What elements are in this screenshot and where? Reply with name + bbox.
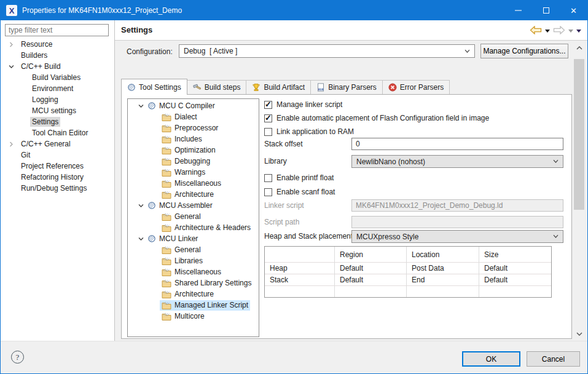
tool-tree-item-includes[interactable]: Includes xyxy=(128,133,259,145)
manage-configurations-button[interactable]: Manage Configurations... xyxy=(480,44,568,58)
scroll-down-button[interactable] xyxy=(574,328,584,339)
scanf-float-row[interactable]: Enable scanf float xyxy=(264,187,335,197)
table-cell-heap-location[interactable]: Post Data xyxy=(407,263,479,274)
tool-tree-item-shared-library-settings[interactable]: Shared Library Settings xyxy=(128,277,259,288)
close-button[interactable]: ✕ xyxy=(560,1,587,20)
table-header-region: Region xyxy=(335,247,407,263)
heap-stack-placement-label: Heap and Stack placement xyxy=(264,231,353,242)
tool-tree-item-linker-architecture[interactable]: Architecture xyxy=(128,288,259,300)
settings-scrollbar[interactable] xyxy=(574,42,584,339)
printf-float-checkbox[interactable] xyxy=(264,174,272,182)
scanf-float-checkbox[interactable] xyxy=(264,188,272,196)
sidebar-item-run-debug-settings[interactable]: Run/Debug Settings xyxy=(1,183,114,194)
sidebar-item-resource[interactable]: Resource xyxy=(1,39,114,50)
heap-stack-table[interactable]: Region Location Size Heap Default Post D… xyxy=(264,246,552,298)
tool-tree-item-mcu-linker[interactable]: MCU Linker xyxy=(128,233,259,244)
sidebar-item-git[interactable]: Git xyxy=(1,149,114,161)
tab-build-steps[interactable]: Build steps xyxy=(187,80,247,95)
manage-linker-script-row[interactable]: Manage linker script xyxy=(264,100,342,109)
folder-icon xyxy=(162,113,171,121)
flash-config-checkbox[interactable] xyxy=(264,114,272,122)
tool-tree-item-managed-linker-script[interactable]: Managed Linker Script xyxy=(128,300,259,311)
tool-tree-item-warnings[interactable]: Warnings xyxy=(128,167,259,178)
tool-tree-item-dialect[interactable]: Dialect xyxy=(128,111,259,122)
sidebar-item-mcu-settings[interactable]: MCU settings xyxy=(1,105,114,116)
tool-tree-item-preprocessor[interactable]: Preprocessor xyxy=(128,122,259,133)
tool-tree-item-mcu-assembler[interactable]: MCU Assembler xyxy=(128,200,259,211)
tab-binary-parsers[interactable]: Binary Parsers xyxy=(311,80,383,95)
link-to-ram-checkbox[interactable] xyxy=(264,128,272,136)
sidebar-item-logging[interactable]: Logging xyxy=(1,94,114,105)
table-cell-stack-size[interactable]: Default xyxy=(479,274,551,286)
sidebar-item-cpp-general[interactable]: C/C++ General xyxy=(1,138,114,149)
link-to-ram-row[interactable]: Link application to RAM xyxy=(264,127,354,137)
printf-float-row[interactable]: Enable printf float xyxy=(264,173,334,183)
tool-tree-item-architecture-headers[interactable]: Architecture & Headers xyxy=(128,222,259,233)
sidebar-item-cpp-build[interactable]: C/C++ Build xyxy=(1,61,114,72)
ok-button[interactable]: OK xyxy=(462,351,520,367)
sidebar-item-settings[interactable]: Settings xyxy=(1,116,114,127)
tab-tool-settings[interactable]: Tool Settings xyxy=(121,79,187,95)
dialog-footer: ? OK Cancel xyxy=(1,341,587,373)
heap-stack-placement-select[interactable]: MCUXpresso Style xyxy=(351,230,563,243)
stack-offset-input[interactable] xyxy=(351,138,563,150)
table-cell-empty[interactable] xyxy=(479,286,551,297)
filter-input[interactable] xyxy=(5,24,109,36)
scroll-up-button[interactable] xyxy=(574,42,584,53)
tool-tree-item-multicore[interactable]: Multicore xyxy=(128,311,259,322)
table-cell-stack-location[interactable]: End xyxy=(407,274,479,286)
sidebar-item-refactoring-history[interactable]: Refactoring History xyxy=(1,172,114,183)
table-cell-stack-region[interactable]: Default xyxy=(335,274,407,286)
library-select[interactable]: NewlibNano (nohost) xyxy=(351,155,563,168)
tool-tree-item-debugging[interactable]: Debugging xyxy=(128,156,259,167)
tool-tree-item-architecture[interactable]: Architecture xyxy=(128,189,259,200)
tool-tree-item-assembler-general[interactable]: General xyxy=(128,211,259,222)
forward-history-dropdown-icon[interactable] xyxy=(568,30,573,33)
properties-tree: Resource Builders C/C++ Build Build Vari… xyxy=(1,38,114,341)
maximize-button[interactable] xyxy=(532,1,560,20)
forward-arrow-icon[interactable] xyxy=(553,26,565,34)
minimize-button[interactable] xyxy=(504,1,532,20)
back-arrow-icon[interactable] xyxy=(530,26,542,34)
sidebar-item-tool-chain-editor[interactable]: Tool Chain Editor xyxy=(1,127,114,138)
tool-tree-item-mcu-c-compiler[interactable]: MCU C Compiler xyxy=(128,100,259,111)
scrollbar-thumb[interactable] xyxy=(574,59,584,210)
tab-error-parsers[interactable]: Error Parsers xyxy=(383,80,450,95)
script-path-input xyxy=(351,216,563,228)
titlebar[interactable]: X Properties for MK64FN1M0xxx12_Project_… xyxy=(1,1,587,20)
table-cell-heap-size[interactable]: Default xyxy=(479,263,551,274)
configuration-select[interactable]: Debug [ Active ] xyxy=(179,44,475,58)
table-cell-heap[interactable]: Heap xyxy=(265,263,335,274)
folder-icon xyxy=(162,169,171,177)
table-cell-heap-region[interactable]: Default xyxy=(335,263,407,274)
table-cell-empty[interactable] xyxy=(335,286,407,297)
settings-tabs: Tool Settings Build steps Build Artifact… xyxy=(121,79,450,95)
sidebar-item-builders[interactable]: Builders xyxy=(1,50,114,61)
error-icon xyxy=(388,83,397,92)
tool-tree-item-miscellaneous[interactable]: Miscellaneous xyxy=(128,178,259,189)
chevron-right-icon[interactable] xyxy=(8,41,15,48)
tab-build-artifact[interactable]: Build Artifact xyxy=(246,80,311,95)
table-cell-empty[interactable] xyxy=(407,286,479,297)
tool-tree-item-linker-general[interactable]: General xyxy=(128,244,259,255)
chevron-right-icon[interactable] xyxy=(8,141,15,148)
tool-tree-item-optimization[interactable]: Optimization xyxy=(128,145,259,156)
table-cell-stack[interactable]: Stack xyxy=(265,274,335,286)
chevron-down-icon[interactable] xyxy=(8,63,15,70)
help-button[interactable]: ? xyxy=(11,351,24,364)
minimize-icon xyxy=(515,10,522,11)
chevron-down-icon[interactable] xyxy=(138,236,144,242)
tool-tree-item-linker-miscellaneous[interactable]: Miscellaneous xyxy=(128,266,259,277)
back-history-dropdown-icon[interactable] xyxy=(545,30,550,33)
table-cell-empty[interactable] xyxy=(265,286,335,297)
flash-config-row[interactable]: Enable automatic placement of Flash Conf… xyxy=(264,113,489,123)
chevron-down-icon[interactable] xyxy=(138,103,144,109)
sidebar-item-build-variables[interactable]: Build Variables xyxy=(1,72,114,83)
cancel-button[interactable]: Cancel xyxy=(527,351,580,367)
chevron-down-icon[interactable] xyxy=(138,202,144,209)
view-menu-icon[interactable] xyxy=(576,30,581,33)
tool-tree-item-libraries[interactable]: Libraries xyxy=(128,255,259,266)
sidebar-item-environment[interactable]: Environment xyxy=(1,83,114,94)
sidebar-item-project-references[interactable]: Project References xyxy=(1,161,114,172)
manage-linker-script-checkbox[interactable] xyxy=(264,101,272,109)
